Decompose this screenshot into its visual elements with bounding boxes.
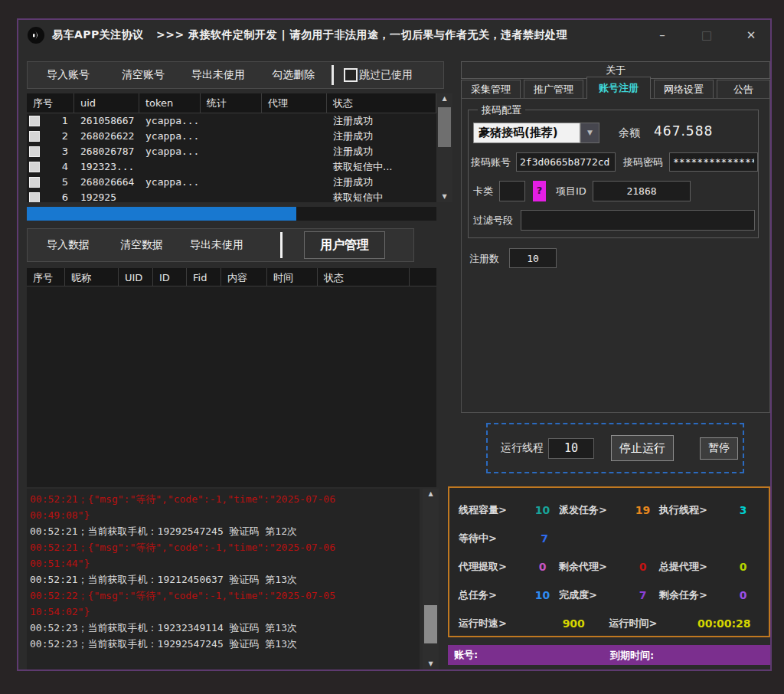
- stats-panel: 线程容量>10派发任务>19执行线程>3等待中>7代理提取>0剩余代理>0总提代…: [448, 486, 770, 637]
- row-checkbox[interactable]: [29, 162, 40, 172]
- account-row[interactable]: 6192925获取短信中: [27, 190, 436, 202]
- accounts-header-col-4[interactable]: 代理: [262, 93, 327, 113]
- project-id-input[interactable]: [593, 181, 691, 201]
- cell-uid: 268026787: [74, 144, 139, 159]
- accounts-table-scrollbar[interactable]: ▲ ▼: [436, 93, 452, 202]
- tab-promotion-management[interactable]: 推广管理: [524, 80, 583, 99]
- export-unused-data-button[interactable]: 导出未使用: [190, 238, 243, 252]
- sms-account-input[interactable]: [516, 152, 616, 172]
- tab-account-register[interactable]: 账号注册: [586, 77, 651, 99]
- row-checkbox[interactable]: [29, 116, 40, 126]
- row-index: 5: [62, 175, 68, 190]
- cell-proxy: [262, 159, 327, 175]
- cell-proxy: [262, 144, 327, 159]
- accounts-header-col-2[interactable]: token: [139, 93, 201, 113]
- accounts-hscrollbar[interactable]: [27, 207, 436, 221]
- sms-account-label: 接码账号: [471, 155, 511, 169]
- delete-checked-button[interactable]: 勾选删除: [272, 68, 315, 82]
- stat-value: 10: [526, 589, 559, 601]
- skip-used-label: 跳过已使用: [359, 68, 413, 82]
- stat-item: 运行时速>900: [459, 617, 609, 630]
- account-row[interactable]: 4192323...获取短信中...: [27, 159, 436, 175]
- sms-provider-dropdown[interactable]: 豪猪接码(推荐): [473, 123, 580, 143]
- hscrollbar-thumb[interactable]: [27, 207, 296, 221]
- cell-uid: 268026664: [74, 175, 139, 190]
- stat-value: 0: [727, 561, 760, 573]
- pause-button[interactable]: 暂停: [700, 437, 738, 460]
- accounts-header-col-0[interactable]: 序号: [27, 93, 74, 113]
- data-header-col-3[interactable]: ID: [153, 268, 187, 286]
- import-accounts-button[interactable]: 导入账号: [47, 68, 90, 82]
- row-checkbox[interactable]: [29, 177, 40, 188]
- export-unused-accounts-button[interactable]: 导出未使用: [191, 68, 245, 82]
- stat-label: 执行线程>: [659, 503, 727, 517]
- stat-label: 线程容量>: [459, 503, 526, 517]
- card-type-input[interactable]: [499, 181, 525, 201]
- accounts-header-col-5[interactable]: 状态: [327, 93, 436, 113]
- accounts-header-col-3[interactable]: 统计: [201, 93, 262, 113]
- cell-stat: [201, 175, 262, 190]
- scroll-up-icon[interactable]: ▲: [436, 93, 452, 104]
- cell-status: 注册成功: [327, 129, 436, 144]
- scroll-down-icon[interactable]: ▼: [436, 192, 452, 202]
- cell-proxy: [262, 175, 327, 190]
- user-management-button[interactable]: 用户管理: [304, 231, 385, 259]
- clear-data-button[interactable]: 清空数据: [120, 238, 163, 252]
- row-checkbox[interactable]: [29, 146, 40, 157]
- register-count-input[interactable]: [509, 248, 557, 268]
- row-checkbox[interactable]: [29, 131, 40, 142]
- data-header-col-7[interactable]: 状态: [318, 268, 410, 286]
- data-toolbar: 导入数据 清空数据 导出未使用 用户管理: [27, 228, 414, 262]
- account-row[interactable]: 5268026664ycappa...注册成功: [27, 175, 436, 190]
- cell-uid: 192925: [74, 190, 139, 202]
- stat-value: 0: [526, 561, 559, 573]
- data-header-col-6[interactable]: 时间: [267, 268, 318, 286]
- help-button[interactable]: ?: [533, 181, 546, 201]
- stat-item: 总任务>10: [459, 588, 559, 602]
- data-header-col-0[interactable]: 序号: [27, 268, 65, 286]
- stat-item: 线程容量>10: [459, 503, 559, 517]
- accounts-header-col-1[interactable]: uid: [74, 93, 139, 113]
- import-data-button[interactable]: 导入数据: [47, 238, 90, 252]
- scrollbar-thumb[interactable]: [438, 107, 451, 147]
- sms-password-input[interactable]: [669, 152, 758, 172]
- thread-count-input[interactable]: [548, 438, 594, 459]
- stop-run-button[interactable]: 停止运行: [611, 435, 674, 461]
- data-header-col-1[interactable]: 昵称: [65, 268, 119, 286]
- sms-password-label: 接码密码: [623, 155, 663, 169]
- cell-uid: 268026622: [74, 129, 139, 144]
- stat-item: 完成度>7: [559, 588, 659, 602]
- dropdown-arrow-icon[interactable]: ▼: [580, 123, 599, 143]
- skip-used-checkbox[interactable]: [344, 68, 358, 82]
- cell-token: ycappa...: [139, 113, 201, 129]
- close-button[interactable]: ✕: [741, 26, 761, 44]
- filter-segment-input[interactable]: [521, 210, 755, 231]
- stat-label: 剩余代理>: [559, 560, 626, 574]
- license-account-label: 账号:: [454, 648, 478, 662]
- account-row[interactable]: 2268026622ycappa...注册成功: [27, 129, 436, 144]
- account-row[interactable]: 1261058667ycappa...注册成功: [27, 113, 436, 129]
- scroll-down-icon[interactable]: ▼: [423, 659, 439, 669]
- data-header-col-2[interactable]: UID: [119, 268, 153, 286]
- license-expire-label: 到期时间:: [610, 649, 654, 663]
- scroll-up-icon[interactable]: ▲: [423, 489, 439, 499]
- clear-accounts-button[interactable]: 清空账号: [122, 68, 165, 82]
- stat-label: 派发任务>: [559, 503, 626, 517]
- minimize-button[interactable]: –: [652, 26, 672, 44]
- data-header-col-4[interactable]: Fid: [187, 268, 221, 286]
- stat-value: 900: [538, 617, 609, 630]
- account-row[interactable]: 3268026787ycappa...注册成功: [27, 144, 436, 159]
- card-type-label: 卡类: [473, 185, 493, 198]
- data-header-col-5[interactable]: 内容: [221, 268, 267, 286]
- maximize-button[interactable]: □: [697, 26, 717, 44]
- sms-config-group: 接码配置 豪猪接码(推荐) ▼ 余额 467.588 接码账号 接码密码 卡类 …: [468, 110, 759, 238]
- log-scrollbar[interactable]: ▲ ▼: [423, 489, 439, 669]
- tab-network-settings[interactable]: 网络设置: [654, 80, 714, 99]
- row-checkbox[interactable]: [29, 192, 40, 202]
- accounts-toolbar: 导入账号 清空账号 导出未使用 勾选删除 跳过已使用: [27, 61, 444, 89]
- stat-value: 10: [526, 504, 559, 516]
- tab-collect-management[interactable]: 采集管理: [461, 80, 521, 99]
- title-bar: 易车APP关注协议 >>> 承接软件定制开发 | 请勿用于非法用途，一切后果与作…: [18, 20, 770, 51]
- tab-announcement[interactable]: 公告: [717, 80, 770, 99]
- scrollbar-thumb[interactable]: [424, 605, 437, 643]
